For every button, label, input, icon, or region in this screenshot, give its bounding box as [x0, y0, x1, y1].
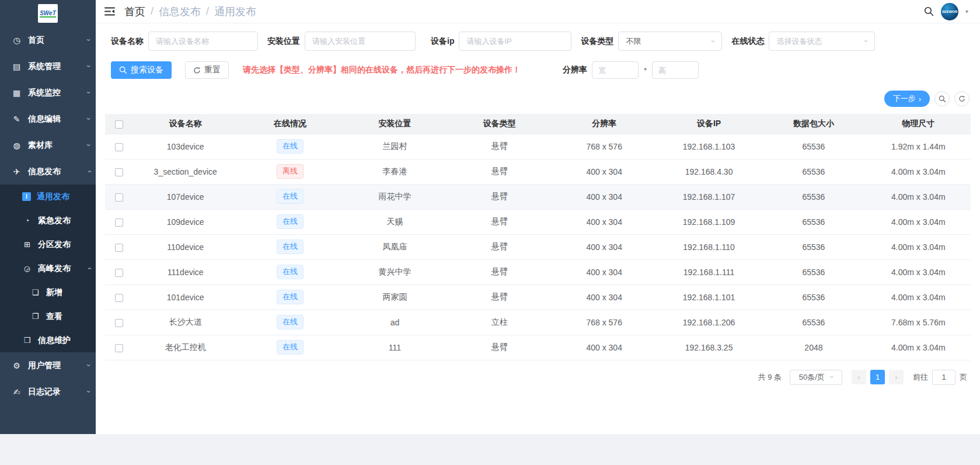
pagination-total: 共 9 条 [758, 372, 782, 383]
sidebar-item-general-publish[interactable]: I 通用发布 [0, 185, 96, 209]
device-ip-cell: 192.168.1.109 [657, 209, 761, 234]
copy-document-icon: ❏ [30, 288, 40, 297]
next-step-row: 下一步 › [96, 79, 980, 107]
sidebar-item-label: 首页 [28, 35, 44, 46]
sidebar-item-system-mgmt[interactable]: ▤ 系统管理 › [0, 53, 96, 79]
resolution-cell: 400 x 304 [552, 159, 657, 184]
device-type-cell: 悬臂 [447, 259, 552, 284]
row-checkbox[interactable] [115, 168, 123, 176]
row-checkbox[interactable] [115, 294, 123, 302]
sidebar-item-zone-publish[interactable]: ⊞ 分区发布 [0, 232, 96, 256]
sidebar-item-peak-publish[interactable]: ◶ 高峰发布 › [0, 256, 96, 280]
device-type-select[interactable]: 不限 › [618, 32, 722, 51]
device-table: 设备名称 在线情况 安装位置 设备类型 分辨率 设备IP 数据包大小 物理尺寸 … [105, 114, 971, 360]
resolution-cell: 400 x 304 [552, 284, 657, 310]
top-bar: 首页 / 信息发布 / 通用发布 SEEWOR ▾ [96, 0, 980, 23]
device-type-label: 设备类型 [581, 36, 613, 47]
device-ip-input[interactable] [459, 32, 571, 51]
sidebar-item-label: 紧急发布 [38, 216, 71, 226]
search-devices-button[interactable]: 搜索设备 [111, 61, 172, 79]
sidebar-item-emergency-publish[interactable]: ◔ 紧急发布 [0, 209, 96, 232]
resolution-width-input[interactable] [592, 61, 639, 79]
resolution-height-input[interactable] [652, 61, 699, 79]
install-location-label: 安装位置 [267, 36, 300, 47]
resolution-group: 分辨率 * [563, 61, 699, 79]
refresh-icon [193, 67, 201, 74]
table-refresh-icon-button[interactable] [954, 91, 969, 106]
info-publish-submenu: I 通用发布 ◔ 紧急发布 ⊞ 分区发布 ◶ 高峰发布 › ❏ 新增 ❐ [0, 185, 96, 352]
sidebar-item-info-publish[interactable]: ✈ 信息发布 › [0, 158, 96, 185]
sidebar-item-home[interactable]: ◷ 首页 › [0, 27, 96, 53]
sidebar-item-label: 查看 [46, 311, 62, 322]
breadcrumb-separator: / [206, 5, 209, 18]
chevron-down-icon: › [84, 390, 93, 393]
collapse-sidebar-button[interactable] [104, 7, 115, 16]
row-checkbox[interactable] [115, 344, 123, 352]
table-row: 长沙大道在线ad立柱768 x 576192.168.1.206655367.6… [105, 310, 971, 335]
paper-plane-icon: ✈ [12, 167, 22, 176]
table-search-icon-button[interactable] [934, 91, 950, 106]
row-checkbox[interactable] [115, 244, 123, 252]
current-page-button[interactable]: 1 [870, 370, 885, 384]
sidebar-item-info-maintain[interactable]: ❒ 信息维护 [0, 328, 96, 352]
packet-size-cell: 65536 [761, 234, 866, 259]
user-menu-caret-icon[interactable]: ▾ [965, 8, 968, 15]
sidebar-item-label: 通用发布 [37, 192, 69, 202]
sidebar-item-user-mgmt[interactable]: ⚙ 用户管理 › [0, 352, 96, 379]
online-status-select[interactable]: 选择设备状态 › [769, 32, 875, 51]
row-checkbox[interactable] [115, 193, 123, 202]
goto-page-input[interactable] [932, 370, 955, 385]
document-icon: ❐ [30, 312, 40, 321]
row-select-cell [105, 134, 133, 159]
row-checkbox[interactable] [115, 143, 123, 151]
header-search-icon[interactable] [924, 6, 934, 16]
sidebar-item-add-new[interactable]: ❏ 新增 [0, 280, 96, 304]
row-checkbox[interactable] [115, 218, 123, 227]
select-all-checkbox[interactable] [115, 120, 123, 129]
device-name-cell: 长沙大道 [133, 310, 238, 335]
screen-monitor-icon: ▦ [12, 88, 22, 98]
reset-button[interactable]: 重置 [185, 61, 229, 79]
sidebar-item-view[interactable]: ❐ 查看 [0, 304, 96, 328]
next-step-button[interactable]: 下一步 › [884, 91, 930, 107]
logo-container: SWeT [0, 0, 96, 27]
row-checkbox[interactable] [115, 269, 123, 277]
edit-icon: ✎ [12, 114, 22, 124]
app-logo[interactable]: SWeT [38, 4, 58, 23]
status-badge: 在线 [277, 265, 304, 279]
clock-icon: ◔ [22, 216, 32, 225]
prev-page-button[interactable]: ‹ [852, 370, 866, 384]
sidebar-item-label: 日志记录 [28, 387, 61, 397]
next-page-button[interactable]: › [889, 370, 904, 384]
online-status-cell: 在线 [238, 335, 342, 360]
gear-icon: ⚙ [12, 361, 22, 370]
row-checkbox[interactable] [115, 319, 123, 327]
sidebar-item-system-monitor[interactable]: ▦ 系统监控 › [0, 79, 96, 106]
device-name-input[interactable] [148, 32, 258, 51]
resolution-cell: 768 x 576 [552, 134, 657, 159]
breadcrumb-home[interactable]: 首页 [124, 5, 145, 19]
sidebar-item-log-record[interactable]: ✍ 日志记录 › [0, 379, 96, 405]
physical-size-cell: 7.68m x 5.76m [866, 310, 971, 335]
page-size-select[interactable]: 50条/页 › [790, 370, 842, 385]
sidebar-item-material-lib[interactable]: ◍ 素材库 › [0, 132, 96, 158]
packet-size-cell: 65536 [761, 134, 866, 159]
packet-size-cell: 65536 [761, 259, 866, 284]
resolution-cell: 400 x 304 [552, 234, 657, 259]
device-table-body: 103device在线兰园村悬臂768 x 576192.168.1.10365… [105, 134, 971, 360]
breadcrumb-level2: 信息发布 [159, 5, 201, 19]
device-name-cell: 103device [133, 134, 238, 159]
device-name-cell: 3_section_device [133, 159, 238, 184]
online-status-cell: 在线 [238, 284, 342, 310]
install-location-input[interactable] [305, 32, 416, 51]
app-window: SWeT ◷ 首页 › ▤ 系统管理 › ▦ 系统监控 › ✎ 信息编辑 › ◍… [0, 0, 980, 434]
user-avatar[interactable]: SEEWOR [941, 3, 958, 20]
reset-button-label: 重置 [204, 65, 221, 75]
table-row: 101device在线两家圆悬臂400 x 304192.168.1.10165… [105, 284, 971, 310]
install-location-cell: 黄兴中学 [343, 259, 447, 284]
sidebar-item-info-edit[interactable]: ✎ 信息编辑 › [0, 106, 96, 132]
table-header-row: 设备名称 在线情况 安装位置 设备类型 分辨率 设备IP 数据包大小 物理尺寸 [105, 114, 971, 134]
physical-size-cell: 4.00m x 3.04m [866, 184, 971, 209]
chevron-down-icon: › [84, 144, 93, 146]
table-row: 110device在线凤凰庙悬臂400 x 304192.168.1.11065… [105, 234, 971, 259]
